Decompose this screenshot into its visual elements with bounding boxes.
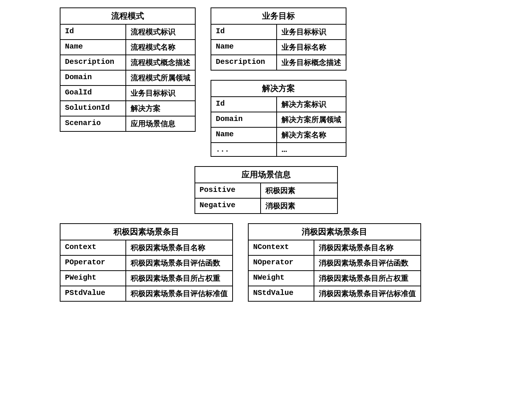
business-goal-table: 业务目标 Id业务目标标识 Name业务目标名称 Description业务目标… (211, 7, 346, 71)
table-row: SolutionId解决方案 (60, 101, 195, 116)
table-row: Positive积极因素 (195, 183, 337, 198)
table-row: Id业务目标标识 (211, 24, 346, 40)
table-row: Name解决方案名称 (211, 127, 346, 143)
scenario-info-table: 应用场景信息 Positive积极因素 Negative消极因素 (195, 166, 338, 214)
table-row: Domain解决方案所属领域 (211, 112, 346, 127)
table-row: ...... (211, 143, 346, 156)
table-row: Scenario应用场景信息 (60, 116, 195, 131)
process-mode-title: 流程模式 (60, 8, 195, 24)
table-row: Name流程模式名称 (60, 40, 195, 55)
solution-title: 解决方案 (211, 80, 346, 97)
solution-table: 解决方案 Id解决方案标识 Domain解决方案所属领域 Name解决方案名称 … (211, 80, 346, 157)
table-row: Description业务目标概念描述 (211, 55, 346, 70)
positive-entry-table: 积极因素场景条目 Context积极因素场景条目名称 POperator积极因素… (60, 223, 233, 302)
process-mode-table: 流程模式 Id流程模式标识 Name流程模式名称 Description流程模式… (60, 7, 196, 132)
table-row: PWeight积极因素场景条目所占权重 (60, 271, 233, 286)
table-row: Negative消极因素 (195, 198, 337, 214)
table-row: Description流程模式概念描述 (60, 55, 195, 70)
table-row: Id流程模式标识 (60, 24, 195, 40)
table-row: PStdValue积极因素场景条目评估标准值 (60, 286, 233, 301)
table-row: Context积极因素场景条目名称 (60, 240, 233, 255)
table-row: Name业务目标名称 (211, 40, 346, 55)
table-row: Id解决方案标识 (211, 97, 346, 112)
scenario-info-title: 应用场景信息 (195, 167, 337, 183)
table-row: Domain流程模式所属领域 (60, 70, 195, 85)
table-row: NContext消极因素场景条目名称 (248, 240, 421, 255)
negative-entry-table: 消极因素场景条目 NContext消极因素场景条目名称 NOperator消极因… (248, 223, 421, 302)
positive-entry-title: 积极因素场景条目 (60, 224, 233, 240)
table-row: GoalId业务目标标识 (60, 85, 195, 101)
table-row: NStdValue消极因素场景条目评估标准值 (248, 286, 421, 301)
table-row: POperator积极因素场景条目评估函数 (60, 255, 233, 271)
table-row: NWeight消极因素场景条目所占权重 (248, 271, 421, 286)
business-goal-title: 业务目标 (211, 8, 346, 24)
negative-entry-title: 消极因素场景条目 (248, 224, 421, 240)
table-row: NOperator消极因素场景条目评估函数 (248, 255, 421, 271)
